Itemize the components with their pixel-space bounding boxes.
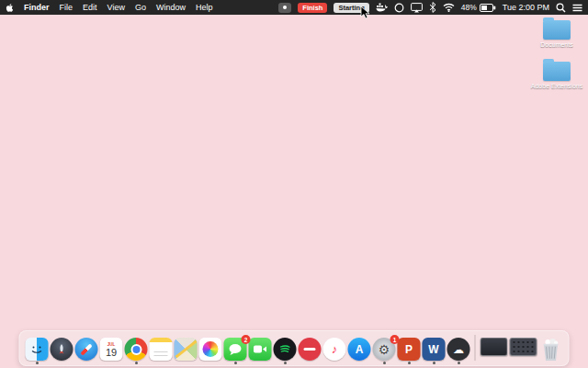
docker-whale-icon[interactable]	[376, 3, 388, 12]
record-dot-icon	[283, 6, 287, 9]
menu-view[interactable]: View	[107, 3, 125, 12]
folder-documents[interactable]: Documents	[529, 20, 584, 49]
dock-item-trash[interactable]	[539, 338, 563, 361]
music-glyph: ♪	[332, 342, 338, 356]
dock-item-chrome[interactable]	[125, 338, 148, 361]
menu-file[interactable]: File	[60, 3, 74, 12]
trash-full-icon	[541, 338, 561, 362]
battery-icon	[480, 4, 496, 12]
macos-desktop: { "menubar": { "menus": ["Finder", "File…	[0, 0, 588, 368]
dock-item-safari[interactable]	[75, 338, 98, 361]
word-icon: W	[423, 338, 446, 361]
recording-status-pill[interactable]	[278, 3, 291, 13]
menu-finder[interactable]: Finder	[24, 3, 50, 12]
dock-item-cloud[interactable]: ☁	[447, 338, 470, 361]
starting-button[interactable]: Starting	[334, 3, 368, 13]
airplay-display-icon[interactable]	[411, 3, 423, 13]
battery-percent: 48%	[461, 3, 477, 12]
system-preferences-badge: 1	[390, 335, 400, 344]
menu-edit[interactable]: Edit	[83, 3, 97, 12]
dock-item-sysprefs[interactable]: 1 ⚙	[373, 338, 396, 361]
dock-separator	[475, 335, 476, 361]
calendar-day: 19	[106, 347, 117, 358]
word-glyph: W	[428, 343, 438, 356]
menu-bar: Finder File Edit View Go Window Help Fin…	[0, 0, 588, 15]
chrome-icon	[125, 338, 148, 361]
bluetooth-icon[interactable]	[429, 2, 436, 13]
apple-logo-icon	[6, 3, 14, 13]
dock-item-messages[interactable]: 2	[224, 338, 247, 361]
finder-icon	[26, 338, 49, 361]
wifi-icon[interactable]	[443, 3, 455, 12]
dock-item-music[interactable]: ♪	[323, 338, 346, 361]
folder-icon	[543, 62, 571, 81]
notification-center-icon[interactable]	[572, 4, 582, 12]
desktop-icons: Documents Adobe Extensions	[529, 20, 584, 90]
dock-item-app-store[interactable]: A	[348, 338, 371, 361]
gear-glyph: ⚙	[379, 342, 390, 357]
folder-adobe-extensions[interactable]: Adobe Extensions	[529, 62, 584, 90]
spotify-icon	[274, 338, 297, 361]
onedrive-cloud-icon: ☁	[447, 338, 470, 361]
dock-item-launchpad[interactable]	[51, 338, 74, 361]
photos-pinwheel-icon	[199, 338, 222, 361]
dock-item-finder[interactable]	[26, 338, 49, 361]
dock-item-maps[interactable]	[175, 338, 198, 361]
music-note-icon: ♪	[323, 338, 346, 361]
menu-go[interactable]: Go	[135, 3, 146, 12]
status-circle-icon[interactable]	[394, 3, 404, 13]
battery-status[interactable]: 48%	[461, 3, 496, 12]
dock-item-do-not-disturb[interactable]	[299, 338, 322, 361]
folder-icon	[543, 20, 571, 40]
dock-item-photos[interactable]	[199, 338, 222, 361]
folder-label: Adobe Extensions	[531, 83, 582, 90]
folder-label: Documents	[540, 41, 572, 49]
safari-compass-icon	[75, 338, 98, 361]
cloud-glyph: ☁	[453, 343, 464, 356]
appstore-glyph: A	[356, 343, 364, 356]
messages-badge: 2	[242, 335, 251, 344]
menu-help[interactable]: Help	[196, 3, 213, 12]
keyboard-viewer-thumbnail[interactable]	[510, 338, 537, 356]
notes-icon	[150, 338, 173, 361]
dock: JUL 19 2 ♪ A	[19, 330, 570, 366]
finish-button[interactable]: Finish	[298, 3, 327, 13]
launchpad-rocket-icon	[51, 338, 74, 361]
dock-item-notes[interactable]	[150, 338, 173, 361]
menu-bar-clock[interactable]: Tue 2:00 PM	[503, 3, 549, 12]
apple-menu[interactable]	[6, 3, 14, 13]
calendar-icon: JUL 19	[100, 338, 123, 361]
minimized-window-thumbnail[interactable]	[481, 338, 508, 356]
app-store-icon: A	[348, 338, 371, 361]
dock-item-word[interactable]: W	[423, 338, 446, 361]
facetime-camera-icon	[249, 338, 272, 361]
dock-item-spotify[interactable]	[274, 338, 297, 361]
do-not-disturb-icon	[299, 338, 322, 361]
powerpoint-glyph: P	[405, 343, 413, 356]
dock-item-facetime[interactable]	[249, 338, 272, 361]
maps-icon	[175, 338, 198, 361]
powerpoint-icon: P	[398, 338, 421, 361]
dock-item-powerpoint[interactable]: P	[398, 338, 421, 361]
menu-window[interactable]: Window	[156, 3, 186, 12]
dock-item-calendar[interactable]: JUL 19	[100, 338, 123, 361]
spotlight-search-icon[interactable]	[556, 3, 566, 13]
